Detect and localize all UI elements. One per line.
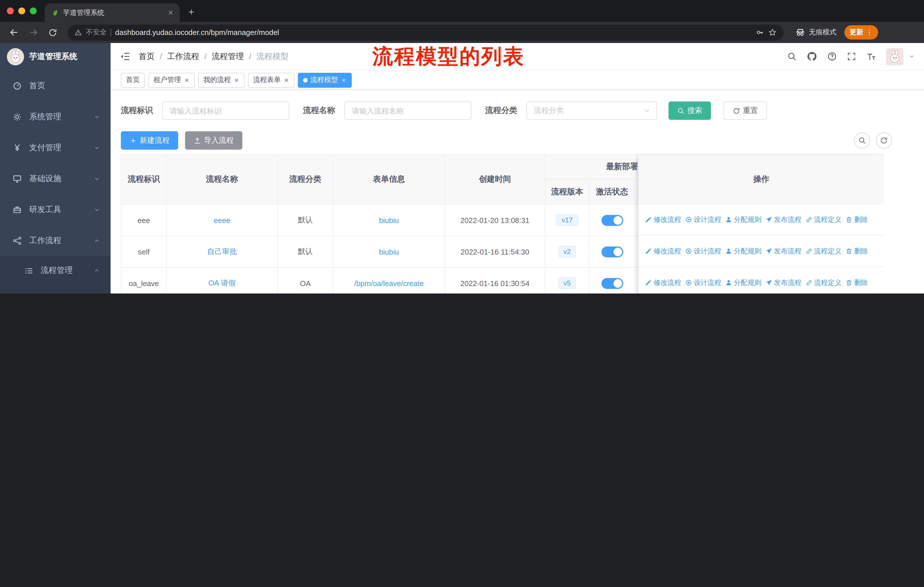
forward-button[interactable]	[25, 24, 41, 40]
assign-rule-link[interactable]: 分配规则	[725, 215, 761, 225]
sidebar-logo[interactable]: 芋道管理系统	[0, 43, 111, 71]
chevron-down-icon	[93, 207, 100, 213]
delete-process-link[interactable]: 删除	[845, 278, 868, 288]
tag-process-form[interactable]: 流程表单	[248, 73, 294, 88]
delete-process-link[interactable]: 删除	[845, 215, 868, 225]
design-process-link[interactable]: 设计流程	[685, 215, 721, 225]
password-key-icon[interactable]	[756, 28, 764, 37]
filter-form: 流程标识 流程名称 流程分类 流程分类 搜索 重置	[121, 101, 914, 120]
browser-tab[interactable]: 芋道管理系统	[45, 3, 180, 22]
active-toggle[interactable]	[601, 246, 623, 257]
active-toggle[interactable]	[601, 278, 623, 289]
edit-process-link[interactable]: 修改流程	[645, 215, 681, 225]
search-icon	[677, 107, 685, 114]
close-icon[interactable]	[284, 77, 289, 83]
sidebar-item-process-form[interactable]: 流程表单	[0, 285, 111, 293]
process-id-input[interactable]	[162, 101, 289, 120]
minimize-window-button[interactable]	[18, 7, 25, 14]
bookmark-star-icon[interactable]	[768, 28, 777, 37]
gear-icon	[13, 112, 22, 122]
reset-button[interactable]: 重置	[723, 101, 767, 120]
search-button[interactable]: 搜索	[668, 101, 711, 120]
new-tab-button[interactable]	[183, 4, 200, 20]
close-window-button[interactable]	[7, 7, 14, 14]
incognito-badge: 无痕模式	[795, 27, 837, 38]
search-icon[interactable]	[787, 51, 797, 61]
plus-icon	[129, 137, 137, 144]
design-process-link[interactable]: 设计流程	[685, 278, 721, 288]
import-process-button[interactable]: 导入流程	[185, 131, 242, 150]
target-icon	[685, 248, 692, 255]
breadcrumb-workflow[interactable]: 工作流程	[155, 51, 200, 62]
version-badge[interactable]: v17	[556, 214, 578, 226]
person-icon	[725, 248, 732, 255]
sidebar-item-devtools[interactable]: 研发工具	[0, 194, 111, 225]
publish-process-link[interactable]: 发布流程	[765, 246, 802, 256]
process-name-input[interactable]	[344, 101, 472, 120]
reload-button[interactable]	[45, 24, 61, 40]
address-bar[interactable]: 不安全 dashboard.yudao.iocoder.cn/bpm/manag…	[68, 24, 784, 40]
rabbit-icon	[8, 49, 23, 64]
process-name-link[interactable]: eeee	[214, 216, 230, 225]
close-icon[interactable]	[234, 77, 239, 83]
version-badge[interactable]: v2	[558, 246, 576, 257]
back-button[interactable]	[6, 24, 22, 40]
github-icon[interactable]	[807, 51, 817, 62]
process-definition-link[interactable]: 流程定义	[805, 278, 842, 288]
assign-rule-link[interactable]: 分配规则	[725, 246, 761, 256]
form-link[interactable]: biubiu	[379, 216, 399, 225]
sidebar-item-process-mgmt[interactable]: 流程管理	[0, 256, 111, 285]
breadcrumb-home[interactable]: 首页	[139, 51, 155, 62]
help-icon[interactable]	[827, 51, 837, 61]
browser-toolbar: 不安全 dashboard.yudao.iocoder.cn/bpm/manag…	[0, 22, 924, 43]
design-process-link[interactable]: 设计流程	[685, 246, 721, 256]
plus-icon	[187, 8, 195, 16]
publish-process-link[interactable]: 发布流程	[765, 215, 802, 225]
link-icon	[805, 216, 812, 223]
delete-process-link[interactable]: 删除	[845, 246, 868, 256]
security-label[interactable]: 不安全	[86, 28, 107, 37]
tag-my-process[interactable]: 我的流程	[198, 73, 244, 88]
fullscreen-icon[interactable]	[846, 51, 856, 61]
close-icon[interactable]	[184, 77, 190, 83]
sidebar-item-workflow[interactable]: 工作流程	[0, 225, 111, 256]
avatar-caret-icon[interactable]	[909, 53, 915, 60]
sidebar-item-system[interactable]: 系统管理	[0, 101, 111, 132]
tag-home[interactable]: 首页	[121, 73, 145, 88]
dashboard-icon	[13, 81, 22, 91]
col-header-name: 流程名称	[167, 155, 278, 204]
update-button[interactable]: 更新	[844, 25, 878, 40]
assign-rule-link[interactable]: 分配规则	[725, 278, 761, 288]
process-name-link[interactable]: OA 请假	[208, 278, 236, 288]
sidebar-item-payment[interactable]: 支付管理	[0, 132, 111, 164]
process-category-select[interactable]: 流程分类	[526, 101, 657, 120]
toggle-search-button[interactable]	[854, 132, 870, 149]
tab-close-icon[interactable]	[167, 9, 174, 16]
edit-process-link[interactable]: 修改流程	[645, 278, 681, 288]
version-badge[interactable]: v5	[558, 278, 576, 289]
sidebar-item-infra[interactable]: 基础设施	[0, 164, 111, 194]
url-text[interactable]: dashboard.yudao.iocoder.cn/bpm/manager/m…	[115, 28, 752, 37]
close-icon[interactable]	[341, 77, 346, 83]
publish-process-link[interactable]: 发布流程	[765, 278, 802, 288]
form-link[interactable]: /bpm/oa/leave/create	[354, 279, 424, 288]
process-definition-link[interactable]: 流程定义	[805, 215, 842, 225]
send-icon	[765, 279, 772, 286]
process-name-link[interactable]: 自己审批	[207, 246, 237, 257]
create-process-button[interactable]: 新建流程	[121, 131, 178, 150]
sidebar-collapse-icon[interactable]	[120, 51, 130, 62]
edit-process-link[interactable]: 修改流程	[645, 246, 681, 256]
breadcrumb-process-mgmt[interactable]: 流程管理	[200, 51, 244, 62]
refresh-table-button[interactable]	[876, 132, 892, 149]
font-size-icon[interactable]	[866, 51, 876, 62]
tag-tenant[interactable]: 租户管理	[148, 73, 195, 88]
tag-process-model[interactable]: 流程模型	[298, 73, 352, 88]
process-definition-link[interactable]: 流程定义	[805, 246, 842, 256]
sidebar-item-home[interactable]: 首页	[0, 71, 111, 101]
form-link[interactable]: biubiu	[379, 247, 399, 256]
browser-tab-strip: 芋道管理系统	[0, 0, 924, 22]
active-toggle[interactable]	[601, 215, 623, 226]
user-avatar[interactable]	[886, 48, 903, 65]
zoom-window-button[interactable]	[30, 7, 37, 14]
kebab-menu-icon[interactable]	[866, 29, 873, 36]
